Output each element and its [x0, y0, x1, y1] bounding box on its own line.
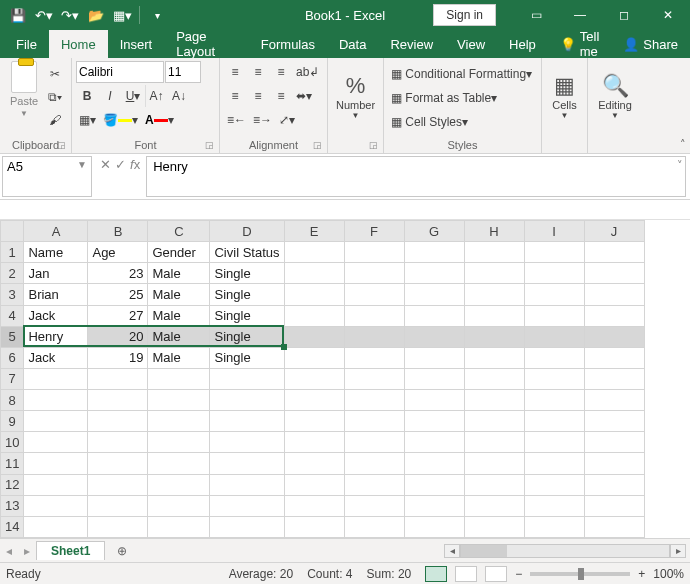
- cell[interactable]: [284, 390, 344, 411]
- cell[interactable]: [24, 390, 88, 411]
- cell[interactable]: Male: [148, 284, 210, 305]
- cell[interactable]: [284, 495, 344, 516]
- cell[interactable]: [404, 368, 464, 389]
- cell[interactable]: [524, 516, 584, 537]
- cell[interactable]: Jack: [24, 305, 88, 326]
- cell[interactable]: [24, 453, 88, 474]
- cell[interactable]: [524, 368, 584, 389]
- align-top-icon[interactable]: ≡: [224, 61, 246, 83]
- cell[interactable]: [524, 263, 584, 284]
- cell[interactable]: [148, 516, 210, 537]
- cell[interactable]: Henry: [24, 326, 88, 347]
- cell[interactable]: [148, 474, 210, 495]
- merge-center-icon[interactable]: ⬌▾: [293, 85, 315, 107]
- cell[interactable]: [464, 305, 524, 326]
- cell[interactable]: [88, 411, 148, 432]
- row-header[interactable]: 3: [1, 284, 24, 305]
- cell[interactable]: [464, 411, 524, 432]
- cell[interactable]: [584, 263, 644, 284]
- cell[interactable]: [210, 368, 284, 389]
- cell[interactable]: [524, 326, 584, 347]
- cell[interactable]: [344, 453, 404, 474]
- column-header[interactable]: I: [524, 221, 584, 242]
- cell[interactable]: [464, 516, 524, 537]
- cell[interactable]: [344, 242, 404, 263]
- row-header[interactable]: 2: [1, 263, 24, 284]
- increase-font-icon[interactable]: A↑: [145, 85, 167, 107]
- cell[interactable]: [210, 516, 284, 537]
- cell[interactable]: [584, 326, 644, 347]
- alignment-launcher-icon[interactable]: ◲: [311, 140, 323, 152]
- increase-indent-icon[interactable]: ≡→: [250, 109, 275, 131]
- align-center-icon[interactable]: ≡: [247, 85, 269, 107]
- tab-home[interactable]: Home: [49, 30, 108, 58]
- column-header[interactable]: B: [88, 221, 148, 242]
- borders-button[interactable]: ▦▾: [76, 109, 99, 131]
- cell[interactable]: Single: [210, 347, 284, 368]
- cell[interactable]: [404, 390, 464, 411]
- cell[interactable]: [284, 474, 344, 495]
- cell[interactable]: [24, 432, 88, 453]
- cell[interactable]: [524, 453, 584, 474]
- font-color-button[interactable]: A▾: [142, 109, 177, 131]
- fill-color-button[interactable]: 🪣▾: [100, 109, 141, 131]
- new-sheet-button[interactable]: ⊕: [111, 541, 133, 561]
- tab-help[interactable]: Help: [497, 30, 548, 58]
- cell[interactable]: Gender: [148, 242, 210, 263]
- cell[interactable]: 20: [88, 326, 148, 347]
- underline-button[interactable]: U▾: [122, 85, 144, 107]
- sign-in-button[interactable]: Sign in: [433, 4, 496, 26]
- row-header[interactable]: 12: [1, 474, 24, 495]
- cell[interactable]: [464, 474, 524, 495]
- row-header[interactable]: 8: [1, 390, 24, 411]
- cell[interactable]: Jan: [24, 263, 88, 284]
- cell[interactable]: [344, 305, 404, 326]
- cell[interactable]: [404, 305, 464, 326]
- cell[interactable]: [88, 453, 148, 474]
- cell[interactable]: [404, 495, 464, 516]
- number-launcher-icon[interactable]: ◲: [367, 140, 379, 152]
- format-painter-icon[interactable]: 🖌: [44, 109, 66, 131]
- cell[interactable]: [148, 411, 210, 432]
- decrease-indent-icon[interactable]: ≡←: [224, 109, 249, 131]
- scroll-right-icon[interactable]: ▸: [670, 544, 686, 558]
- cell[interactable]: Male: [148, 263, 210, 284]
- cell[interactable]: [88, 516, 148, 537]
- page-layout-view-button[interactable]: [455, 566, 477, 582]
- worksheet-grid[interactable]: ABCDEFGHIJ1NameAgeGenderCivil Status2Jan…: [0, 220, 690, 538]
- ribbon-display-options-icon[interactable]: ▭: [514, 0, 558, 30]
- sheet-nav-prev-icon[interactable]: ◂: [0, 544, 18, 558]
- cell[interactable]: [464, 263, 524, 284]
- cell[interactable]: [24, 368, 88, 389]
- cell[interactable]: [284, 368, 344, 389]
- tab-file[interactable]: File: [4, 30, 49, 58]
- cell[interactable]: [344, 474, 404, 495]
- sheet-tab[interactable]: Sheet1: [36, 541, 105, 560]
- tab-formulas[interactable]: Formulas: [249, 30, 327, 58]
- tab-insert[interactable]: Insert: [108, 30, 165, 58]
- column-header[interactable]: J: [584, 221, 644, 242]
- cell[interactable]: [404, 326, 464, 347]
- column-header[interactable]: F: [344, 221, 404, 242]
- wrap-text-icon[interactable]: ab↲: [293, 61, 322, 83]
- cell[interactable]: [284, 326, 344, 347]
- cell[interactable]: [284, 432, 344, 453]
- tell-me-button[interactable]: 💡Tell me: [548, 30, 612, 58]
- cell[interactable]: Male: [148, 326, 210, 347]
- cell[interactable]: [210, 453, 284, 474]
- cell[interactable]: [584, 390, 644, 411]
- row-header[interactable]: 10: [1, 432, 24, 453]
- qat-customize-icon[interactable]: ▾: [145, 3, 169, 27]
- cell[interactable]: 25: [88, 284, 148, 305]
- cells-button[interactable]: ▦ Cells ▼: [546, 61, 583, 131]
- expand-formula-bar-icon[interactable]: ˅: [677, 159, 683, 172]
- font-launcher-icon[interactable]: ◲: [203, 140, 215, 152]
- cell[interactable]: [584, 516, 644, 537]
- row-header[interactable]: 11: [1, 453, 24, 474]
- cell[interactable]: [464, 390, 524, 411]
- cell[interactable]: [524, 347, 584, 368]
- cell[interactable]: 23: [88, 263, 148, 284]
- font-name-select[interactable]: [76, 61, 164, 83]
- cell[interactable]: [284, 305, 344, 326]
- cell[interactable]: [464, 326, 524, 347]
